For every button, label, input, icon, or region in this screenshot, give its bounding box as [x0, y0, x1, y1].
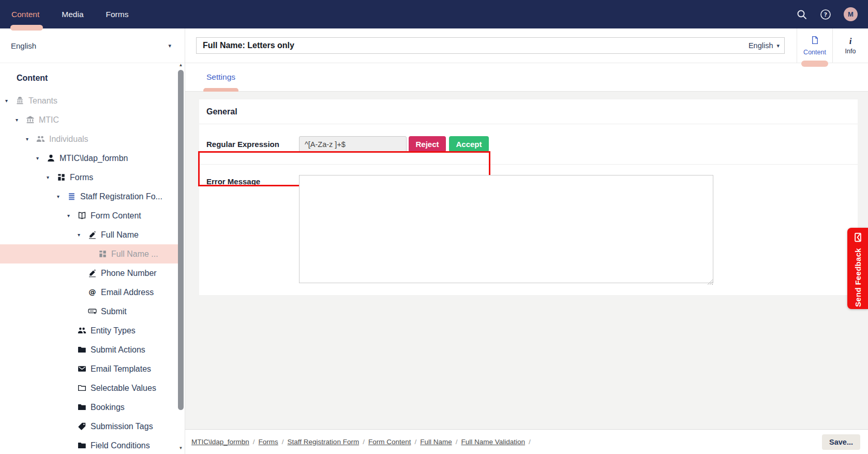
view-switcher-content[interactable]: Content	[797, 28, 832, 63]
tree-item-label: Submit	[101, 307, 127, 316]
tag-icon	[78, 422, 91, 431]
tree-item-field-conditions[interactable]: Field Conditions	[0, 436, 178, 454]
scrollbar-thumb[interactable]	[178, 70, 184, 410]
tree-item-label: MTIC\ldap_formbn	[59, 154, 128, 163]
top-nav-forms[interactable]: Forms	[106, 0, 142, 28]
breadcrumb-link[interactable]: Full Name Validation	[461, 438, 525, 446]
tree-item-submit[interactable]: Submit	[0, 302, 178, 321]
tab-settings[interactable]: Settings	[206, 72, 235, 82]
breadcrumb-separator: /	[363, 438, 365, 446]
tree-caret-down-icon[interactable]: ▾	[67, 213, 78, 218]
document-stack-icon	[67, 192, 80, 201]
avatar[interactable]: M	[844, 7, 858, 21]
tree-item-entity-types[interactable]: Entity Types	[0, 321, 178, 340]
main-area: English ▾ Content i Info	[185, 28, 868, 454]
main-header: English ▾ Content i Info	[185, 28, 868, 63]
tree-item-label: Full Name ...	[111, 250, 158, 259]
tree-item-staff-registration-fo[interactable]: ▾Staff Registration Fo...	[0, 187, 178, 206]
content-pane: General Regular Expression Reject Accept…	[185, 92, 868, 429]
breadcrumb-separator: /	[253, 438, 255, 446]
info-icon: i	[849, 37, 852, 46]
breadcrumb-link[interactable]: MTIC\ldap_formbn	[191, 438, 249, 446]
open-book-icon	[78, 211, 91, 220]
submit-button-icon	[88, 307, 101, 316]
at-icon: @	[88, 288, 101, 297]
view-switcher-info[interactable]: i Info	[832, 28, 868, 63]
breadcrumb-link[interactable]: Forms	[259, 438, 278, 446]
feedback-envelope-icon	[853, 232, 863, 244]
feedback-label: Send Feedback	[854, 248, 862, 307]
top-nav-label: Forms	[106, 10, 129, 19]
topbar-right: ? M	[796, 7, 868, 21]
error-message-label: Error Message	[206, 175, 299, 186]
tree-item-email-templates[interactable]: Email Templates	[0, 359, 178, 378]
error-message-textarea[interactable]	[299, 175, 713, 283]
tree-item-label: Field Conditions	[91, 441, 150, 450]
active-nav-indicator	[10, 25, 43, 31]
top-nav-content[interactable]: Content	[11, 0, 52, 28]
regex-input[interactable]	[299, 136, 407, 152]
tree-item-email-address[interactable]: @Email Address	[0, 283, 178, 302]
bank-icon	[26, 115, 39, 124]
tree-item-selectable-values[interactable]: Selectable Values	[0, 378, 178, 398]
title-input[interactable]	[196, 37, 785, 54]
tree-caret-down-icon[interactable]: ▾	[57, 194, 67, 199]
language-value: English	[11, 41, 36, 50]
tree-item-label: Form Content	[91, 211, 141, 221]
tree-item-label: Staff Registration Fo...	[80, 192, 162, 201]
tree-item-submit-actions[interactable]: Submit Actions	[0, 340, 178, 359]
tree-item-phone-number[interactable]: Phone Number	[0, 263, 178, 283]
tree-item-mtic-ldap-formbn[interactable]: ▾MTIC\ldap_formbn	[0, 149, 178, 168]
tree-caret-down-icon[interactable]: ▾	[78, 232, 88, 238]
top-nav-label: Media	[62, 10, 83, 19]
tree-item-form-content[interactable]: ▾Form Content	[0, 206, 178, 225]
folder-icon	[78, 403, 91, 412]
folder-icon	[78, 441, 91, 450]
tree-caret-down-icon[interactable]: ▾	[47, 174, 57, 180]
scrollbar-down-arrow-icon[interactable]: ▼	[178, 446, 184, 450]
tree-item-submission-tags[interactable]: Submission Tags	[0, 417, 178, 436]
top-nav-media[interactable]: Media	[62, 0, 96, 28]
regex-field-row: Regular Expression Reject Accept	[199, 124, 858, 165]
search-icon[interactable]	[796, 9, 807, 20]
tree-item-mtic[interactable]: ▾MTIC	[0, 110, 178, 129]
settings-card: General Regular Expression Reject Accept…	[199, 99, 858, 295]
breadcrumb-separator: /	[456, 438, 458, 446]
tree-item-full-name[interactable]: ▾Full Name	[0, 225, 178, 244]
reject-button[interactable]: Reject	[409, 136, 446, 152]
title-field-wrap: English ▾	[196, 37, 785, 54]
tree-item-label: Email Templates	[91, 364, 151, 374]
section-title: General	[206, 107, 237, 116]
content-tree: ▾Tenants▾MTIC▾Individuals▾MTIC\ldap_form…	[0, 91, 185, 454]
tree-caret-down-icon[interactable]: ▾	[26, 136, 36, 142]
sidebar-language-selector[interactable]: English ▾	[0, 28, 185, 63]
top-navigation: ContentMediaForms	[11, 0, 151, 28]
tree-caret-down-icon[interactable]: ▾	[5, 98, 16, 104]
tree-item-individuals[interactable]: ▾Individuals	[0, 129, 178, 149]
tree-item-label: Phone Number	[101, 269, 157, 278]
tree-item-tenants[interactable]: ▾Tenants	[0, 91, 178, 110]
tree-caret-down-icon[interactable]: ▾	[16, 117, 26, 123]
signature-icon	[88, 230, 101, 239]
breadcrumb-link[interactable]: Form Content	[368, 438, 411, 446]
send-feedback-button[interactable]: Send Feedback	[847, 228, 868, 309]
title-language-selector[interactable]: English ▾	[749, 37, 780, 54]
breadcrumb-link[interactable]: Staff Registration Form	[288, 438, 360, 446]
chevron-down-icon: ▾	[776, 42, 780, 49]
tree-caret-down-icon[interactable]: ▾	[36, 155, 47, 161]
tree-item-label: Forms	[70, 173, 93, 182]
tree-item-label: Individuals	[49, 135, 88, 144]
tree-item-label: Tenants	[28, 96, 57, 106]
tree-item-full-name[interactable]: Full Name ...	[0, 244, 178, 263]
person-icon	[47, 154, 59, 163]
help-icon[interactable]: ?	[820, 9, 831, 20]
breadcrumb-separator: /	[529, 438, 531, 446]
breadcrumb-link[interactable]: Full Name	[420, 438, 452, 446]
tree-item-forms[interactable]: ▾Forms	[0, 168, 178, 187]
error-message-row: Error Message	[199, 165, 858, 285]
breadcrumb-separator: /	[414, 438, 416, 446]
scrollbar-up-arrow-icon[interactable]: ▲	[178, 63, 184, 67]
tree-item-bookings[interactable]: Bookings	[0, 398, 178, 417]
accept-button[interactable]: Accept	[449, 136, 489, 152]
save-button[interactable]: Save...	[822, 434, 860, 450]
